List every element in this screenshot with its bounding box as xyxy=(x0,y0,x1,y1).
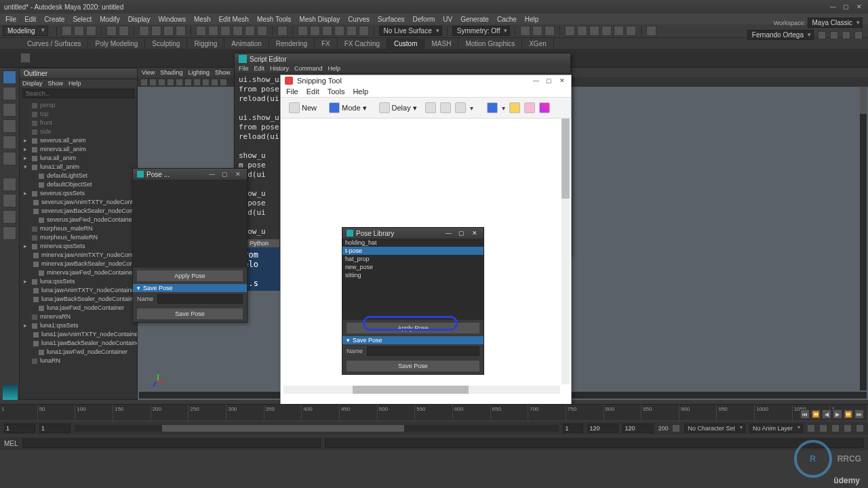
expand-arrow-icon[interactable]: ▸ xyxy=(24,154,29,163)
pose-a-save-button[interactable]: Save Pose xyxy=(137,308,243,319)
outliner-row[interactable]: top xyxy=(21,110,136,119)
expand-arrow-icon[interactable]: ▸ xyxy=(24,242,29,251)
range-end-outer[interactable] xyxy=(623,424,654,433)
menu-item[interactable]: Edit Mesh xyxy=(216,16,251,23)
pose-library-name-input[interactable] xyxy=(367,346,479,356)
maximize-icon[interactable]: ▢ xyxy=(841,3,851,11)
go-end-icon[interactable]: ⏭ xyxy=(854,409,864,419)
snip-menu-item[interactable]: File xyxy=(286,87,298,96)
minimize-icon[interactable]: — xyxy=(828,3,838,11)
vp-ico-8[interactable] xyxy=(202,79,210,86)
expand-arrow-icon[interactable]: ▸ xyxy=(24,145,29,154)
panel-layout1-icon[interactable] xyxy=(520,26,530,36)
outliner-row[interactable]: ▸luna:qssSets xyxy=(21,277,136,286)
ipr-icon[interactable] xyxy=(310,26,320,36)
vp-ico-10[interactable] xyxy=(220,79,227,86)
snap-surface-icon[interactable] xyxy=(245,26,255,36)
pause-icon[interactable] xyxy=(626,26,636,36)
expand-arrow-icon[interactable]: ▸ xyxy=(24,189,29,198)
menu-item[interactable]: Select xyxy=(70,16,94,23)
outliner-row[interactable]: defaultObjectSet xyxy=(21,180,136,189)
outliner-row[interactable]: luna:jawAnimTXTY_nodeContainer xyxy=(21,286,136,295)
pose-library-min-icon[interactable]: — xyxy=(443,229,454,237)
outliner-row[interactable]: minerva:jawAnimTXTY_nodeContainer xyxy=(21,251,136,260)
shelf-tab[interactable]: MASH xyxy=(425,39,458,49)
outliner-menu-item[interactable]: Help xyxy=(68,80,81,87)
symmetry-dropdown[interactable]: Symmetry: Off xyxy=(452,26,511,36)
pose-a-max-icon[interactable]: ▢ xyxy=(220,170,230,178)
script-editor-menu-item[interactable]: Edit xyxy=(254,65,265,72)
pose-a-titlebar[interactable]: Pose ... — ▢ ✕ xyxy=(133,169,247,180)
outliner-row[interactable]: ▸luna:all_anim xyxy=(21,154,136,163)
vp-ico-6[interactable] xyxy=(184,79,192,86)
outliner-row[interactable]: persp xyxy=(21,101,136,110)
script-editor-titlebar[interactable]: Script Editor xyxy=(235,54,570,64)
menu-item[interactable]: Cache xyxy=(494,16,519,23)
outliner-row[interactable]: morpheus_maleRN xyxy=(21,224,136,233)
snip-mode-button[interactable]: Mode▾ xyxy=(325,100,371,115)
select-object-icon[interactable] xyxy=(176,26,186,36)
range-opt3-icon[interactable] xyxy=(844,424,852,432)
autokey-icon[interactable] xyxy=(672,424,680,432)
live-surface-dropdown[interactable]: No Live Surface xyxy=(379,26,442,36)
vp-ico-1[interactable] xyxy=(140,79,148,86)
pose-library-apply-button[interactable]: Apply Pose xyxy=(347,323,479,333)
wireframe-icon[interactable] xyxy=(577,26,587,36)
select-tool-icon[interactable] xyxy=(3,70,16,84)
anim-layer-dropdown[interactable]: No Anim Layer xyxy=(749,424,803,433)
outliner-row[interactable]: severus:jawFwd_nodeContainer xyxy=(21,216,136,224)
shelf-tab[interactable]: FX Caching xyxy=(338,39,387,49)
snip-delay-button[interactable]: Delay▾ xyxy=(375,100,421,115)
range-end-inner[interactable] xyxy=(587,424,618,433)
pose-list-item[interactable]: holding_hat xyxy=(342,239,484,247)
step-fwd-icon[interactable]: ⏩ xyxy=(844,409,853,419)
outliner-row[interactable]: minervaRN xyxy=(21,312,136,321)
range-mute-icon[interactable] xyxy=(831,424,840,432)
snip-titlebar[interactable]: Snipping Tool — ▢ ✕ xyxy=(281,75,571,86)
go-start-icon[interactable]: ⏮ xyxy=(800,409,810,419)
shelf-tab[interactable]: Custom xyxy=(387,39,425,49)
lights-icon[interactable] xyxy=(614,26,624,36)
light-editor-icon[interactable] xyxy=(359,26,369,36)
shelf-tab[interactable]: Curves / Surfaces xyxy=(20,39,88,49)
pose-a-close-icon[interactable]: ✕ xyxy=(233,170,243,178)
character-set-dropdown[interactable]: No Character Set xyxy=(684,424,745,433)
ui-config2-icon[interactable] xyxy=(830,31,838,39)
menu-item[interactable]: Windows xyxy=(155,16,189,23)
outliner-row[interactable]: ▾luna1:all_anim xyxy=(21,163,136,171)
chevron-down-icon[interactable]: ▾ xyxy=(502,104,505,112)
vp-ico-9[interactable] xyxy=(211,79,218,86)
account-icon[interactable] xyxy=(646,26,656,36)
viewport-vscroll[interactable] xyxy=(860,87,867,390)
pose-a-min-icon[interactable]: — xyxy=(207,170,217,178)
copy-icon[interactable] xyxy=(440,102,451,113)
pose-list-item[interactable]: sitting xyxy=(342,271,484,279)
pose-library-close-icon[interactable]: ✕ xyxy=(469,229,479,237)
snip-close-icon[interactable]: ✕ xyxy=(557,77,567,85)
outliner-row[interactable]: front xyxy=(21,119,136,127)
shelf-tab[interactable]: XGen xyxy=(522,39,554,49)
layout-four-icon[interactable] xyxy=(3,194,16,207)
pose-a-list[interactable] xyxy=(133,180,247,268)
snap-plane-icon[interactable] xyxy=(233,26,243,36)
highlighter-icon[interactable] xyxy=(509,102,520,113)
snip-new-button[interactable]: New xyxy=(285,100,321,115)
outliner-row[interactable]: ▸severus:qssSets xyxy=(21,189,136,198)
pen-icon[interactable] xyxy=(487,102,498,113)
pose-a-section-header[interactable]: ▾Save Pose xyxy=(133,284,247,292)
range-start-inner[interactable] xyxy=(39,424,71,433)
ui-config1-icon[interactable] xyxy=(818,31,826,39)
layout-single-icon[interactable] xyxy=(3,178,16,191)
script-editor-menu-item[interactable]: Command xyxy=(294,65,323,72)
vp-ico-2[interactable] xyxy=(149,79,157,86)
step-back-icon[interactable]: ⏪ xyxy=(811,409,821,419)
timeline[interactable]: 1501001502002503003504004505005506006507… xyxy=(0,404,868,420)
expand-arrow-icon[interactable]: ▸ xyxy=(24,277,29,286)
snip-menu-item[interactable]: Tools xyxy=(328,87,345,96)
viewport-menu-item[interactable]: View xyxy=(142,69,155,76)
menu-item[interactable]: Help xyxy=(522,16,542,23)
shelf-tab[interactable]: Sculpting xyxy=(145,39,187,49)
viewport-menu-item[interactable]: Show xyxy=(215,69,231,76)
menu-item[interactable]: Display xyxy=(125,16,153,23)
shelf-tab[interactable]: Rendering xyxy=(269,39,315,49)
